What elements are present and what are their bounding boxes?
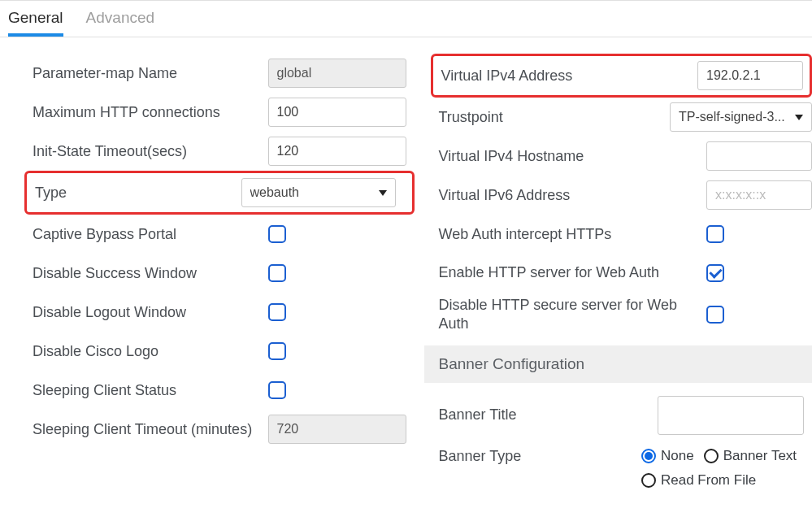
radio-label-none: None	[661, 448, 694, 464]
row-virtual-ipv4: Virtual IPv4 Address	[431, 54, 813, 98]
form-content: Parameter-map Name Maximum HTTP connecti…	[0, 37, 812, 508]
radio-banner-readfile[interactable]: Read From File	[641, 472, 756, 489]
tabs-bar: General Advanced	[0, 0, 812, 37]
radio-icon	[641, 473, 656, 488]
input-virtual-ipv4[interactable]	[697, 61, 803, 90]
label-disable-success: Disable Success Window	[33, 265, 268, 282]
input-sleeping-client-timeout[interactable]	[268, 415, 406, 444]
input-max-http[interactable]	[268, 98, 406, 127]
label-virtual-ipv4-hostname: Virtual IPv4 Hostname	[439, 148, 707, 165]
label-disable-http-secure-webauth: Disable HTTP secure server for Web Auth	[439, 296, 707, 334]
checkbox-disable-logout[interactable]	[268, 303, 286, 321]
row-disable-cisco-logo: Disable Cisco Logo	[33, 332, 406, 371]
chevron-down-icon	[379, 190, 387, 196]
select-trustpoint[interactable]: TP-self-signed-3...	[670, 102, 812, 132]
input-virtual-ipv6[interactable]	[706, 180, 812, 210]
row-param-map-name: Parameter-map Name	[33, 54, 406, 93]
row-trustpoint: Trustpoint TP-self-signed-3...	[439, 98, 813, 137]
banner-config-header: Banner Configuration	[424, 345, 813, 383]
row-banner-type: Banner Type None Banner Text Read From F…	[439, 440, 813, 492]
label-sleeping-client-status: Sleeping Client Status	[33, 382, 268, 399]
checkbox-webauth-intercept-https[interactable]	[706, 225, 724, 243]
label-virtual-ipv4: Virtual IPv4 Address	[433, 67, 698, 85]
label-trustpoint: Trustpoint	[439, 109, 671, 126]
input-virtual-ipv4-hostname[interactable]	[706, 141, 812, 171]
radio-group-banner-type: None Banner Text Read From File	[641, 448, 812, 489]
radio-icon	[641, 449, 656, 463]
tab-advanced[interactable]: Advanced	[86, 9, 155, 37]
label-type: Type	[27, 185, 241, 202]
row-captive-bypass: Captive Bypass Portal	[33, 215, 406, 254]
row-sleeping-client-status: Sleeping Client Status	[33, 371, 406, 410]
checkbox-sleeping-client-status[interactable]	[268, 381, 286, 399]
row-sleeping-client-timeout: Sleeping Client Timeout (minutes)	[33, 410, 406, 449]
select-type[interactable]: webauth	[241, 178, 396, 207]
label-banner-title: Banner Title	[439, 406, 658, 424]
input-init-state[interactable]	[268, 137, 406, 166]
label-virtual-ipv6: Virtual IPv6 Address	[439, 187, 707, 204]
radio-label-readfile: Read From File	[661, 472, 756, 489]
select-type-value: webauth	[250, 185, 300, 200]
radio-icon	[704, 449, 719, 463]
label-banner-type: Banner Type	[439, 448, 642, 465]
label-enable-http-webauth: Enable HTTP server for Web Auth	[439, 263, 707, 282]
radio-banner-none[interactable]: None	[641, 448, 694, 464]
label-init-state: Init-State Timeout(secs)	[33, 143, 268, 160]
radio-label-banner-text: Banner Text	[723, 448, 797, 464]
row-disable-logout: Disable Logout Window	[33, 293, 406, 332]
label-param-map-name: Parameter-map Name	[33, 65, 268, 82]
checkbox-disable-http-secure-webauth[interactable]	[706, 306, 724, 324]
radio-banner-text[interactable]: Banner Text	[704, 448, 797, 464]
row-max-http: Maximum HTTP connections	[33, 93, 406, 132]
row-webauth-intercept-https: Web Auth intercept HTTPs	[439, 215, 813, 254]
label-captive-bypass: Captive Bypass Portal	[33, 226, 268, 243]
label-webauth-intercept-https: Web Auth intercept HTTPs	[439, 226, 707, 243]
label-sleeping-client-timeout: Sleeping Client Timeout (minutes)	[33, 421, 268, 438]
input-param-map-name[interactable]	[268, 59, 406, 88]
row-disable-http-secure-webauth: Disable HTTP secure server for Web Auth	[439, 293, 813, 337]
checkbox-disable-success[interactable]	[268, 264, 286, 282]
row-type: Type webauth	[24, 171, 415, 215]
label-disable-cisco-logo: Disable Cisco Logo	[33, 343, 268, 360]
input-banner-title[interactable]	[658, 396, 804, 435]
tab-general[interactable]: General	[8, 9, 63, 37]
left-column: Parameter-map Name Maximum HTTP connecti…	[33, 54, 406, 492]
row-init-state: Init-State Timeout(secs)	[33, 132, 406, 171]
row-disable-success: Disable Success Window	[33, 254, 406, 293]
checkbox-captive-bypass[interactable]	[268, 225, 286, 243]
chevron-down-icon	[795, 115, 803, 120]
select-trustpoint-value: TP-self-signed-3...	[679, 110, 785, 124]
row-banner-title: Banner Title	[439, 391, 813, 440]
row-virtual-ipv6: Virtual IPv6 Address	[439, 176, 813, 215]
checkbox-enable-http-webauth[interactable]	[706, 264, 724, 282]
checkbox-disable-cisco-logo[interactable]	[268, 342, 286, 360]
row-virtual-ipv4-hostname: Virtual IPv4 Hostname	[439, 137, 813, 176]
right-column: Virtual IPv4 Address Trustpoint TP-self-…	[439, 54, 813, 492]
row-enable-http-webauth: Enable HTTP server for Web Auth	[439, 254, 813, 293]
label-max-http: Maximum HTTP connections	[33, 104, 268, 121]
label-disable-logout: Disable Logout Window	[33, 304, 268, 321]
